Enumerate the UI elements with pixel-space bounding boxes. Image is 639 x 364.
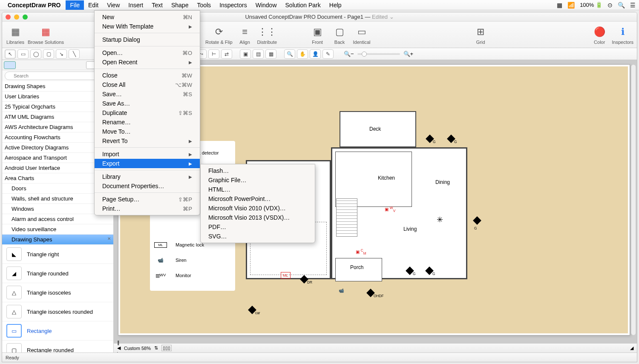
tb-color[interactable]: 🔴Color xyxy=(590,25,609,45)
wifi-icon[interactable]: 📶 xyxy=(567,2,575,9)
menu-close-all[interactable]: Close All⌥⌘W xyxy=(95,80,200,89)
shape-item[interactable]: △Triangle isosceles rounded xyxy=(2,302,113,321)
menu-text[interactable]: Text xyxy=(147,0,167,10)
close-window-button[interactable] xyxy=(6,14,11,20)
palette-label: Magnetic lock xyxy=(176,242,204,247)
palette-label: Siren xyxy=(176,258,187,263)
export-graphic[interactable]: Graphic File… xyxy=(201,175,315,185)
route-tool[interactable]: ⇄ xyxy=(221,49,232,59)
lib-sub[interactable]: Video surveillance xyxy=(2,224,113,235)
menu-view[interactable]: View xyxy=(103,0,124,10)
page-prev[interactable]: ◀ xyxy=(117,345,121,351)
shape-item[interactable]: △Triangle isosceles xyxy=(2,283,113,302)
shape-item[interactable]: ▢Rectangle rounded xyxy=(2,341,113,353)
snap2-tool[interactable]: ▤ xyxy=(253,49,264,59)
menu-print[interactable]: Print…⌘P xyxy=(95,204,200,213)
menu-library[interactable]: Library▶ xyxy=(95,172,200,181)
export-flash[interactable]: Flash… xyxy=(201,166,315,175)
tree-tool[interactable]: ⊢ xyxy=(208,49,219,59)
menu-duplicate[interactable]: Duplicate⇧⌘S xyxy=(95,108,200,118)
menu-shape[interactable]: Shape xyxy=(167,0,193,10)
hand-tool[interactable]: ✋ xyxy=(297,49,308,59)
layout-icon[interactable]: ▦ xyxy=(557,2,562,9)
tb-inspectors[interactable]: ℹInspectors xyxy=(612,25,633,45)
tb-distribute[interactable]: ⋮⋮Distribute xyxy=(257,25,277,45)
room-label: Dining xyxy=(435,179,450,185)
mac-menubar: ConceptDraw PRO File Edit View Insert Te… xyxy=(0,0,639,10)
menu-tools[interactable]: Tools xyxy=(193,0,215,10)
connector-tool[interactable]: ↘ xyxy=(56,49,67,59)
menu-import[interactable]: Import▶ xyxy=(95,149,200,159)
ellipse-tool[interactable]: ◯ xyxy=(30,49,41,59)
resize-grip-icon[interactable]: ◢ xyxy=(630,345,633,351)
line-tool[interactable]: ╲ xyxy=(69,49,80,59)
shape-item[interactable]: ◣Triangle right xyxy=(2,245,113,264)
menu-revert[interactable]: Revert To▶ xyxy=(95,136,200,146)
view-list[interactable] xyxy=(4,61,16,69)
cursor-tool[interactable]: ↖ xyxy=(5,49,16,59)
shape-item-selected[interactable]: ▭Rectangle xyxy=(2,321,113,341)
menu-move-to[interactable]: Move To… xyxy=(95,127,200,136)
tb-libraries[interactable]: ▦Libraries xyxy=(6,25,25,45)
minimize-window-button[interactable] xyxy=(14,14,19,20)
page-pause[interactable]: ‖ xyxy=(117,340,121,345)
vertical-scrollbar[interactable] xyxy=(631,64,636,335)
shape-item[interactable]: ◢Triangle rounded xyxy=(2,264,113,283)
export-svg[interactable]: SVG… xyxy=(201,232,315,241)
menu-help[interactable]: Help xyxy=(325,0,346,10)
tb-grid[interactable]: ⊞Grid xyxy=(471,25,490,45)
tb-front[interactable]: ▣Front xyxy=(308,25,327,45)
room-label: Living xyxy=(403,226,417,232)
menu-new[interactable]: New⌘N xyxy=(95,12,200,22)
menu-doc-props[interactable]: Document Properties… xyxy=(95,181,200,191)
tb-align[interactable]: ≡Align xyxy=(235,25,255,45)
rect-tool[interactable]: ▭ xyxy=(17,49,29,59)
maximize-window-button[interactable] xyxy=(23,14,28,20)
menu-open[interactable]: Open…⌘O xyxy=(95,48,200,57)
export-visio2010[interactable]: Microsoft Visio 2010 (VDX)… xyxy=(201,203,315,213)
menu-edit[interactable]: Edit xyxy=(84,0,103,10)
menu-save[interactable]: Save…⌘S xyxy=(95,89,200,99)
lib-sub-selected[interactable]: Drawing Shapes xyxy=(2,235,113,245)
search-icon[interactable]: 🔍 xyxy=(618,2,625,9)
menu-rename[interactable]: Rename… xyxy=(95,118,200,127)
room-label: Kitchen xyxy=(378,175,395,181)
shape-tool[interactable]: ▢ xyxy=(43,49,54,59)
menu-save-as[interactable]: Save As… xyxy=(95,99,200,108)
menu-export[interactable]: Export▶ xyxy=(95,159,200,168)
export-html[interactable]: HTML… xyxy=(201,185,315,194)
tb-browse[interactable]: ▦Browse Solutions xyxy=(28,25,64,45)
battery-text: 100% 🔋 xyxy=(580,2,602,8)
tb-rotate[interactable]: ⟳Rotate & Flip xyxy=(205,25,233,45)
zoom-stepper[interactable]: ⇅ xyxy=(154,345,158,351)
lib-sub[interactable]: Alarm and access control xyxy=(2,214,113,224)
status-text: Ready xyxy=(6,355,19,360)
menu-solution-park[interactable]: Solution Park xyxy=(281,0,325,10)
zoom-slider[interactable] xyxy=(357,53,400,55)
snap3-tool[interactable]: ▦ xyxy=(265,49,276,59)
menu-page-setup[interactable]: Page Setup…⇧⌘P xyxy=(95,195,200,204)
room-label: Deck xyxy=(369,126,381,132)
menu-inspectors[interactable]: Inspectors xyxy=(215,0,251,10)
menu-close[interactable]: Close⌘W xyxy=(95,71,200,80)
menu-list-icon[interactable]: ☰ xyxy=(630,2,636,9)
zoom-in-icon[interactable]: 🔍+ xyxy=(403,51,414,57)
tb-back[interactable]: ▢Back xyxy=(330,25,349,45)
export-ppt[interactable]: Microsoft PowerPoint… xyxy=(201,194,315,203)
menu-open-recent[interactable]: Open Recent▶ xyxy=(95,57,200,67)
menu-file[interactable]: File xyxy=(66,0,84,10)
sync-icon[interactable]: ⊙ xyxy=(607,2,613,9)
menu-startup[interactable]: Startup Dialog xyxy=(95,35,200,44)
zoom-out-icon[interactable]: 🔍− xyxy=(344,51,354,57)
tb-identical[interactable]: ▭Identical xyxy=(352,25,371,45)
snap-tool[interactable]: ▣ xyxy=(240,49,251,59)
export-visio2013[interactable]: Microsoft Visio 2013 (VSDX)… xyxy=(201,213,315,222)
export-pdf[interactable]: PDF… xyxy=(201,222,315,232)
zoom-label: Custom 58% xyxy=(124,346,151,351)
menu-window[interactable]: Window xyxy=(251,0,281,10)
zoom-tool[interactable]: 🔍 xyxy=(284,49,295,59)
menu-new-template[interactable]: New With Template▶ xyxy=(95,22,200,31)
menu-insert[interactable]: Insert xyxy=(124,0,147,10)
person-tool[interactable]: 👤 xyxy=(310,49,321,59)
pipette-tool[interactable]: ✎ xyxy=(322,49,334,59)
